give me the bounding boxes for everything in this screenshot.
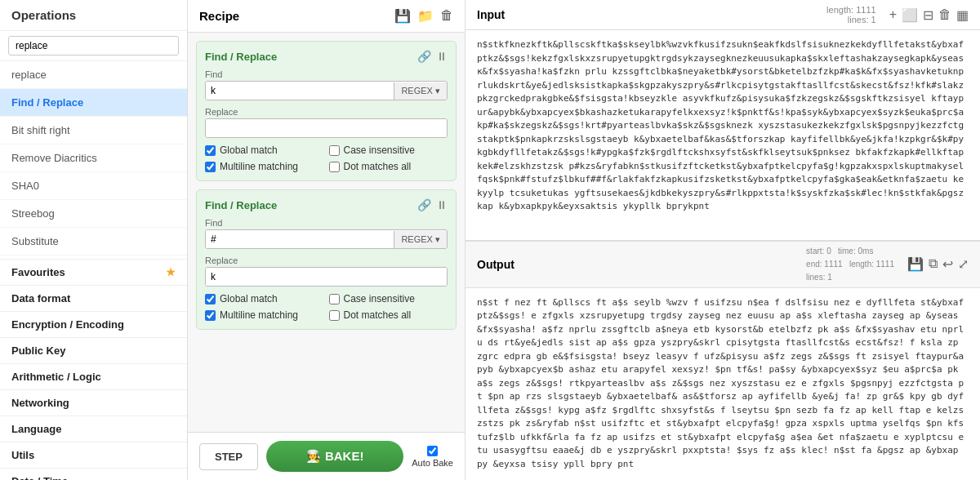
op-1-dot-matches[interactable]: Dot matches all [329, 161, 448, 172]
section-data-format[interactable]: Data format [0, 285, 187, 308]
sidebar-item-replace[interactable]: replace [0, 61, 187, 89]
op-1-link-icon[interactable]: 🔗 [417, 50, 431, 63]
section-encryption[interactable]: Encryption / Encoding [0, 311, 187, 334]
op-2-replace-row [205, 267, 448, 287]
sidebar-item-remove-diacritics[interactable]: Remove Diacritics [0, 144, 187, 172]
recipe-panel: Recipe 💾 📁 🗑 Find / Replace 🔗 ⏸ Find REG… [188, 0, 466, 480]
sidebar-item-streebog[interactable]: Streebog [0, 200, 187, 228]
section-networking[interactable]: Networking [0, 389, 187, 412]
output-panel-title: Output [477, 258, 514, 271]
output-undo-icon[interactable]: ↩ [942, 256, 953, 272]
output-meta: start: 0 time: 0ms end: 1111 length: 111… [806, 245, 894, 284]
sidebar-title: Operations [0, 0, 187, 31]
op-2-dot-matches[interactable]: Dot matches all [329, 309, 448, 321]
op-2-pause-icon[interactable]: ⏸ [436, 198, 448, 211]
trash-icon[interactable]: 🗑 [440, 8, 453, 24]
recipe-footer: STEP 🧑‍🍳 BAKE! Auto Bake [188, 432, 465, 480]
op-1-pause-icon[interactable]: ⏸ [436, 50, 448, 63]
output-expand-icon[interactable]: ⤢ [958, 256, 969, 272]
op-2-replace-field: Replace [205, 256, 448, 287]
input-panel: Input length: 1111 lines: 1 + ⬜ ⊟ 🗑 ▦ n$… [466, 0, 980, 240]
sidebar-item-sha0[interactable]: SHA0 [0, 172, 187, 200]
section-favourites[interactable]: Favourites ★ [0, 259, 187, 282]
input-expand-icon[interactable]: ⬜ [902, 7, 918, 23]
op-card-2-header: Find / Replace 🔗 ⏸ [205, 198, 448, 211]
op-1-replace-label: Replace [205, 107, 448, 117]
section-public-key[interactable]: Public Key [0, 337, 187, 360]
io-panels: Input length: 1111 lines: 1 + ⬜ ⊟ 🗑 ▦ n$… [466, 0, 980, 480]
op-1-case-insensitive[interactable]: Case insensitive [329, 144, 448, 156]
recipe-header: Recipe 💾 📁 🗑 [188, 0, 465, 33]
op-2-global-match[interactable]: Global match [205, 293, 324, 304]
recipe-title: Recipe [199, 9, 239, 23]
op-2-find-label: Find [205, 218, 448, 228]
star-icon: ★ [166, 266, 176, 278]
op-1-replace-input[interactable] [206, 119, 447, 137]
sidebar-search-wrapper [0, 31, 187, 61]
op-2-find-row: REGEX ▾ [205, 229, 448, 249]
op-1-replace-field: Replace [205, 107, 448, 138]
section-datetime[interactable]: Date / Time [0, 468, 187, 480]
input-plus-icon[interactable]: + [889, 7, 897, 23]
op-2-find-field: Find REGEX ▾ [205, 218, 448, 249]
op-1-find-badge[interactable]: REGEX ▾ [394, 82, 447, 100]
folder-icon[interactable]: 📁 [417, 8, 434, 24]
auto-bake-wrapper: Auto Bake [412, 446, 453, 468]
op-card-1-icons: 🔗 ⏸ [417, 50, 448, 63]
op-1-global-match[interactable]: Global match [205, 144, 324, 156]
input-panel-icons: + ⬜ ⊟ 🗑 ▦ [889, 7, 969, 23]
op-2-replace-input[interactable] [206, 268, 447, 286]
input-trash-icon[interactable]: 🗑 [938, 7, 951, 23]
op-card-2-icons: 🔗 ⏸ [417, 198, 448, 211]
sidebar: Operations replace Find / Replace Bit sh… [0, 0, 188, 480]
op-2-checkboxes: Global match Case insensitive Multiline … [205, 293, 448, 321]
op-1-find-field: Find REGEX ▾ [205, 69, 448, 100]
save-icon[interactable]: 💾 [394, 8, 411, 24]
recipe-header-icons: 💾 📁 🗑 [394, 8, 453, 24]
output-copy-icon[interactable]: ⧉ [929, 256, 938, 272]
op-2-case-insensitive[interactable]: Case insensitive [329, 293, 448, 304]
step-button[interactable]: STEP [199, 443, 258, 470]
section-utils[interactable]: Utils [0, 442, 187, 464]
op-1-checkboxes: Global match Case insensitive Multiline … [205, 144, 448, 172]
op-1-multiline[interactable]: Multiline matching [205, 161, 324, 172]
op-1-find-row: REGEX ▾ [205, 81, 448, 100]
section-arithmetic[interactable]: Arithmetic / Logic [0, 363, 187, 386]
op-1-find-input[interactable] [206, 82, 394, 100]
op-1-find-label: Find [205, 69, 448, 79]
op-card-2-title: Find / Replace [205, 199, 277, 211]
op-2-link-icon[interactable]: 🔗 [417, 198, 431, 211]
sidebar-item-substitute[interactable]: Substitute [0, 228, 187, 256]
recipe-scroll: Find / Replace 🔗 ⏸ Find REGEX ▾ Replace [188, 33, 465, 432]
section-language[interactable]: Language [0, 416, 187, 438]
input-panel-header: Input length: 1111 lines: 1 + ⬜ ⊟ 🗑 ▦ [466, 0, 980, 30]
output-save-icon[interactable]: 💾 [907, 256, 924, 272]
input-split-icon[interactable]: ⊟ [923, 7, 933, 23]
auto-bake-checkbox[interactable] [427, 446, 438, 456]
op-card-2: Find / Replace 🔗 ⏸ Find REGEX ▾ Replace [196, 189, 457, 330]
input-content[interactable]: n$stkfknezkftk&pllscskftka$skseylbk%wzvk… [466, 30, 980, 240]
op-1-replace-row [205, 118, 448, 138]
op-card-1-title: Find / Replace [205, 51, 277, 63]
op-2-find-badge[interactable]: REGEX ▾ [394, 231, 447, 248]
output-panel-header: Output start: 0 time: 0ms end: 1111 leng… [466, 241, 980, 288]
input-meta: length: 1111 lines: 1 [826, 5, 876, 24]
input-panel-title: Input [477, 8, 505, 21]
op-card-1-header: Find / Replace 🔗 ⏸ [205, 50, 448, 63]
sidebar-item-bit-shift[interactable]: Bit shift right [0, 117, 187, 144]
op-card-1: Find / Replace 🔗 ⏸ Find REGEX ▾ Replace [196, 41, 457, 181]
auto-bake-label: Auto Bake [412, 458, 453, 468]
search-input[interactable] [8, 36, 179, 56]
op-2-multiline[interactable]: Multiline matching [205, 309, 324, 321]
sidebar-item-find-replace[interactable]: Find / Replace [0, 89, 187, 117]
input-grid-icon[interactable]: ▦ [956, 7, 969, 23]
output-content[interactable]: n$st f nez ft &pllscs ft a$s seylb %wzv … [466, 288, 980, 481]
output-panel-icons: 💾 ⧉ ↩ ⤢ [907, 256, 969, 272]
output-panel: Output start: 0 time: 0ms end: 1111 leng… [466, 241, 980, 481]
op-2-replace-label: Replace [205, 256, 448, 265]
bake-button[interactable]: 🧑‍🍳 BAKE! [266, 441, 403, 472]
op-2-find-input[interactable] [206, 230, 394, 248]
